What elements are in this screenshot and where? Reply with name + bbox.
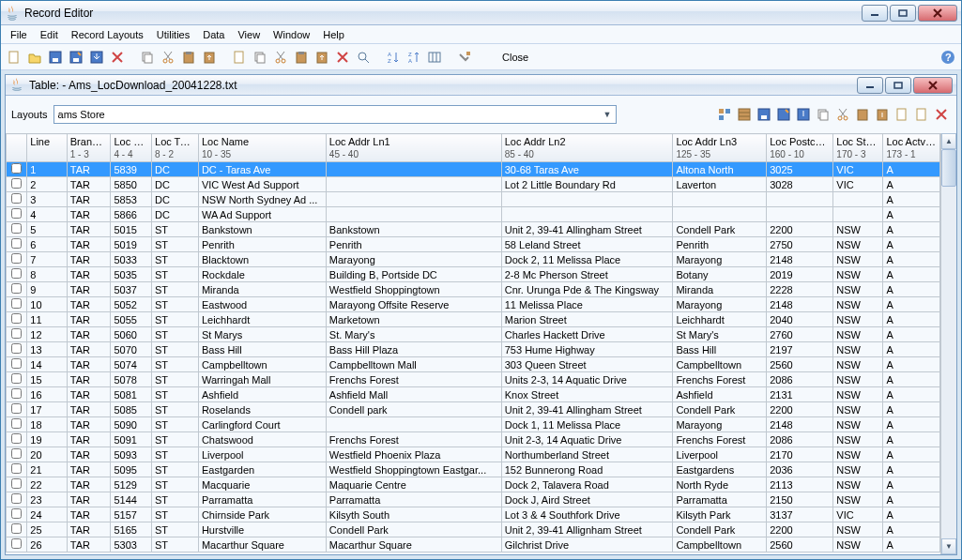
cell[interactable]: 5035	[111, 267, 152, 282]
col-header[interactable]: Loc Nbr4 - 4	[111, 134, 152, 162]
cell[interactable]: 2148	[767, 252, 833, 267]
cell[interactable]: 5015	[111, 222, 152, 237]
row-checkbox[interactable]	[11, 418, 22, 429]
layouts-select[interactable]: ams Store ▼	[53, 105, 617, 124]
inner-titlebar[interactable]: Table: - Ams_LocDownload_20041228.txt	[6, 75, 956, 96]
cell[interactable]: 23	[27, 492, 67, 507]
cell[interactable]: 5078	[111, 372, 152, 387]
cell[interactable]: 2560	[767, 537, 833, 552]
save-as-icon[interactable]	[67, 48, 85, 67]
cell[interactable]: Leichhardt	[198, 312, 326, 327]
cell[interactable]: Marayong Offsite Reserve	[326, 297, 501, 312]
cell[interactable]: Dock 1, 11 Melissa Place	[501, 417, 673, 432]
cell[interactable]: St. Mary's	[326, 327, 501, 342]
menu-file[interactable]: File	[5, 27, 33, 42]
cell[interactable]: 2036	[767, 462, 833, 477]
table-row[interactable]: 2TAR5850DCVIC West Ad SupportLot 2 Littl…	[7, 177, 940, 192]
cell[interactable]: 5144	[111, 492, 152, 507]
cell[interactable]: Units 2-3, 14 Aquatic Drive	[501, 372, 673, 387]
cell[interactable]: 5060	[111, 327, 152, 342]
cell[interactable]: TAR	[67, 297, 111, 312]
cell[interactable]: TAR	[67, 327, 111, 342]
inner-maximize-button[interactable]	[885, 77, 911, 94]
menu-data[interactable]: Data	[197, 27, 230, 42]
cell[interactable]: TAR	[67, 252, 111, 267]
cell[interactable]: TAR	[67, 477, 111, 492]
cell[interactable]: Carlingford Court	[198, 417, 326, 432]
cell[interactable]: 5303	[111, 537, 152, 552]
col-header[interactable]: Brand Id1 - 3	[67, 134, 111, 162]
cell[interactable]: Leichhardt	[673, 312, 767, 327]
cell[interactable]: 5055	[111, 312, 152, 327]
cell[interactable]: 1	[27, 162, 67, 177]
cell[interactable]: Knox Street	[501, 387, 673, 402]
vertical-scrollbar[interactable]: ▲ ▼	[940, 133, 956, 554]
cell[interactable]: 20	[27, 447, 67, 462]
cell[interactable]: 17	[27, 402, 67, 417]
delete-icon[interactable]	[108, 48, 127, 67]
cell[interactable]: 5052	[111, 297, 152, 312]
cell[interactable]: A	[883, 507, 940, 522]
cell[interactable]: Eastwood	[198, 297, 326, 312]
cell[interactable]: NSW	[833, 537, 883, 552]
cell[interactable]: 22	[27, 477, 67, 492]
cell[interactable]: ST	[152, 507, 199, 522]
inner-save-as-icon[interactable]	[774, 105, 793, 124]
cell[interactable]: ST	[152, 327, 199, 342]
inner-new-icon[interactable]	[893, 105, 911, 124]
cell[interactable]: 3	[27, 192, 67, 207]
cell[interactable]: 5095	[111, 462, 152, 477]
cell[interactable]: Macarthur Square	[198, 537, 326, 552]
cell[interactable]: 2197	[767, 342, 833, 357]
cell[interactable]: 2760	[767, 327, 833, 342]
col-header[interactable]: Loc Type8 - 2	[152, 134, 199, 162]
cell[interactable]: 5157	[111, 507, 152, 522]
cell[interactable]: TAR	[67, 507, 111, 522]
cell[interactable]: Parramatta	[198, 492, 326, 507]
cell[interactable]: ST	[152, 522, 199, 537]
cell[interactable]: TAR	[67, 282, 111, 297]
cell[interactable]: ST	[152, 387, 199, 402]
row-checkbox[interactable]	[11, 343, 22, 354]
maximize-button[interactable]	[890, 5, 916, 22]
cell[interactable]: Northumberland Street	[501, 447, 673, 462]
cell[interactable]: ST	[152, 417, 199, 432]
cut-record-icon[interactable]	[271, 48, 290, 67]
cell[interactable]: A	[883, 372, 940, 387]
cell[interactable]: 2148	[767, 297, 833, 312]
cell[interactable]: NSW	[833, 417, 883, 432]
cell[interactable]: ST	[152, 237, 199, 252]
table-row[interactable]: 13TAR5070STBass HillBass Hill Plaza753 H…	[7, 342, 940, 357]
cell[interactable]: Dock 2, Talavera Road	[501, 477, 673, 492]
cell[interactable]: 16	[27, 387, 67, 402]
cell[interactable]: WA Ad Support	[198, 207, 326, 222]
table-row[interactable]: 23TAR5144STParramattaParramattaDock J, A…	[7, 492, 940, 507]
cell[interactable]: Marion Street	[501, 312, 673, 327]
cell[interactable]: A	[883, 357, 940, 372]
cell[interactable]: TAR	[67, 417, 111, 432]
inner-paste-before-icon[interactable]	[873, 105, 892, 124]
cell[interactable]: A	[883, 432, 940, 447]
row-checkbox[interactable]	[11, 163, 22, 174]
cell[interactable]: ST	[152, 342, 199, 357]
cell[interactable]: 5091	[111, 432, 152, 447]
cell[interactable]: Hurstville	[198, 522, 326, 537]
cell[interactable]: NSW	[833, 297, 883, 312]
cell[interactable]: 5839	[111, 162, 152, 177]
cell[interactable]: 2113	[767, 477, 833, 492]
cell[interactable]: Parramatta	[326, 492, 501, 507]
cell[interactable]: 3028	[767, 177, 833, 192]
cell[interactable]	[673, 192, 767, 207]
cell[interactable]: ST	[152, 267, 199, 282]
cell[interactable]	[767, 192, 833, 207]
cell[interactable]: TAR	[67, 492, 111, 507]
cell[interactable]: Liverpool	[673, 447, 767, 462]
table-row[interactable]: 17TAR5085STRoselandsCondell parkUnit 2, …	[7, 402, 940, 417]
cell[interactable]: Lot 3 & 4 Southfork Drive	[501, 507, 673, 522]
outer-titlebar[interactable]: Record Editor	[1, 1, 961, 25]
row-checkbox[interactable]	[11, 448, 22, 459]
cell[interactable]: 14	[27, 357, 67, 372]
cell[interactable]: DC	[152, 162, 199, 177]
col-header[interactable]: Loc Name10 - 35	[198, 134, 326, 162]
menu-utilities[interactable]: Utilities	[151, 27, 195, 42]
